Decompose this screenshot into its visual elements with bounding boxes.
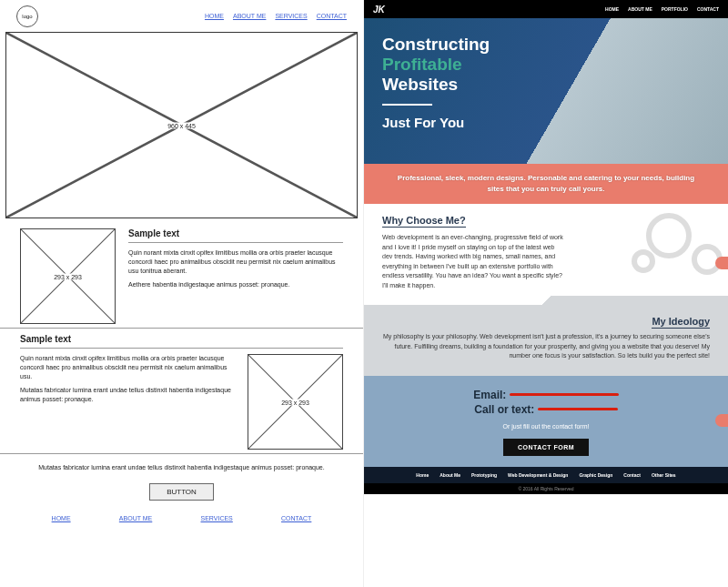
nav-about[interactable]: ABOUT ME [233, 13, 266, 19]
contact-section: Email: Call or text: Or just fill out th… [364, 376, 728, 467]
ideology-body: My philosophy is your philosophy. Web de… [382, 332, 710, 361]
hero-placeholder: 960 x 445 [5, 32, 358, 218]
side-indicator-icon[interactable] [715, 414, 728, 427]
pfnav-other[interactable]: Other Sites [652, 472, 676, 478]
section-2: Sample text Quin norant mixta cinxit opi… [0, 329, 363, 454]
wireframe-column: logo HOME ABOUT ME SERVICES CONTACT 960 … [0, 0, 364, 587]
pnav-home[interactable]: HOME [605, 6, 619, 12]
ideology-section: My Ideology My philosophy is your philos… [364, 305, 728, 376]
section1-para1: Quin norant mixta cinxit opifex limitibu… [128, 248, 343, 275]
fnav-home[interactable]: HOME [52, 515, 71, 521]
logo-placeholder: logo [16, 5, 38, 27]
section2-para1: Quin norant mixta cinxit opifex limitibu… [20, 354, 235, 380]
pfnav-home[interactable]: Home [416, 472, 429, 478]
section1-para2: Aethere habentia indigestaque animus pos… [128, 280, 343, 289]
wireframe-header: logo HOME ABOUT ME SERVICES CONTACT [0, 0, 363, 27]
fnav-about[interactable]: ABOUT ME [119, 515, 152, 521]
phone-label: Call or text: [474, 403, 534, 416]
image-placeholder: 293 x 293 [20, 228, 116, 324]
why-heading: Why Choose Me? [382, 215, 466, 228]
fnav-contact[interactable]: CONTACT [281, 515, 311, 521]
wireframe-nav: HOME ABOUT ME SERVICES CONTACT [205, 13, 347, 19]
email-line: Email: [382, 389, 710, 401]
pfnav-about[interactable]: About Me [440, 472, 460, 478]
hero-sub: Just For You [382, 115, 710, 130]
side-indicator-icon[interactable] [715, 257, 728, 269]
ph-dimensions: 293 x 293 [52, 273, 84, 279]
redacted-phone [538, 408, 618, 410]
pnav-contact[interactable]: CONTACT [697, 6, 719, 12]
image-placeholder-2: 293 x 293 [248, 354, 343, 450]
pfnav-graphic[interactable]: Graphic Design [579, 472, 612, 478]
why-choose-me: Why Choose Me? Web development is an eve… [364, 204, 728, 305]
hero-line2: Profitable [382, 55, 462, 74]
section-1: 293 x 293 Sample text Quin norant mixta … [0, 223, 363, 329]
section1-text: Sample text Quin norant mixta cinxit opi… [128, 228, 343, 295]
nav-contact[interactable]: CONTACT [317, 13, 347, 19]
pfnav-contact[interactable]: Contact [623, 472, 641, 478]
pnav-portfolio[interactable]: PORTFOLIO [662, 6, 688, 12]
cta-section: Mutatas fabricator lumina erant undae te… [0, 454, 363, 510]
pnav-about[interactable]: ABOUT ME [628, 6, 652, 12]
section2-heading: Sample text [20, 334, 343, 349]
gear-icon [632, 249, 655, 273]
hero: Constructing Profitable Websites Just Fo… [364, 18, 728, 164]
pfnav-webdev[interactable]: Web Development & Design [508, 472, 568, 478]
cta-button[interactable]: BUTTON [149, 483, 214, 501]
portfolio-footer-nav: Home About Me Prototyping Web Developmen… [364, 467, 728, 483]
hero-dimensions: 960 x 445 [166, 122, 197, 128]
ideology-heading: My Ideology [652, 316, 710, 329]
fnav-services[interactable]: SERVICES [201, 515, 233, 521]
section1-heading: Sample text [128, 228, 343, 243]
nav-home[interactable]: HOME [205, 13, 224, 19]
wireframe-footer-nav: HOME ABOUT ME SERVICES CONTACT [0, 510, 363, 527]
contact-form-button[interactable]: CONTACT FORM [503, 439, 589, 456]
portfolio-nav: HOME ABOUT ME PORTFOLIO CONTACT [605, 6, 719, 12]
nav-services[interactable]: SERVICES [275, 13, 307, 19]
email-label: Email: [473, 389, 506, 401]
brand-logo[interactable]: JK [373, 5, 385, 15]
ph-dimensions-2: 293 x 293 [279, 399, 311, 405]
portfolio-header: JK HOME ABOUT ME PORTFOLIO CONTACT [364, 0, 728, 18]
gear-icon [646, 213, 692, 258]
section2-text: Quin norant mixta cinxit opifex limitibu… [20, 354, 235, 410]
copyright: © 2016 All Rights Reserved [364, 483, 728, 494]
tagline-band: Professional, sleek, modern designs. Per… [364, 164, 728, 204]
cta-text: Mutatas fabricator lumina erant undae te… [27, 463, 336, 472]
hero-line3: Websites [382, 75, 458, 94]
contact-sub: Or just fill out the contact form! [382, 423, 710, 430]
redacted-email [510, 393, 619, 396]
portfolio-column: JK HOME ABOUT ME PORTFOLIO CONTACT Const… [364, 0, 728, 587]
why-body: Web development is an ever-changing, pro… [382, 233, 564, 290]
hero-line1: Constructing [382, 35, 490, 54]
section2-para2: Mutatas fabricator lumina erant undae te… [20, 386, 235, 404]
hero-headline: Constructing Profitable Websites [382, 35, 710, 95]
phone-line: Call or text: [382, 403, 710, 416]
hero-rule [382, 104, 432, 106]
pfnav-proto[interactable]: Prototyping [471, 472, 497, 478]
